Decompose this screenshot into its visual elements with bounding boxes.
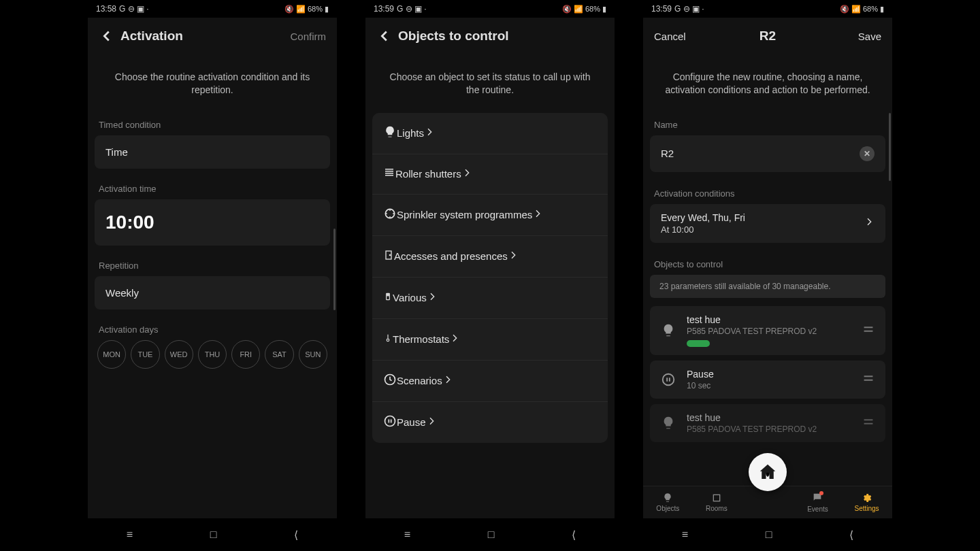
day-chip-sat[interactable]: SAT bbox=[265, 340, 293, 369]
list-item-scenarios[interactable]: Scenarios bbox=[372, 361, 608, 402]
page-subtitle: Configure the new routine, choosing a na… bbox=[643, 54, 892, 113]
list-item-various[interactable]: Various bbox=[372, 278, 608, 319]
recents-button[interactable]: ≡ bbox=[404, 529, 410, 541]
header: Cancel R2 Save bbox=[643, 18, 892, 54]
list-item-lights[interactable]: Lights bbox=[372, 113, 608, 154]
back-sys-button[interactable]: ⟨ bbox=[849, 529, 853, 541]
status-bar: 13:59 G ⊖ ▣ · 🔇 📶 68% ▮ bbox=[365, 0, 615, 18]
time-row[interactable]: Time bbox=[95, 135, 330, 169]
cancel-button[interactable]: Cancel bbox=[654, 31, 686, 42]
status-time: 13:59 bbox=[651, 4, 672, 14]
svg-point-8 bbox=[663, 374, 674, 386]
object-name: test hue bbox=[687, 412, 855, 423]
repetition-row[interactable]: Weekly bbox=[95, 276, 330, 310]
recents-button[interactable]: ≡ bbox=[682, 529, 688, 541]
chevron-right-icon bbox=[449, 333, 460, 346]
back-button[interactable] bbox=[99, 28, 115, 44]
list-label: Thermostats bbox=[393, 333, 449, 345]
day-chip-tue[interactable]: TUE bbox=[131, 340, 159, 369]
status-icons-left: G ⊖ ▣ · bbox=[674, 4, 704, 14]
list-label: Accesses and presences bbox=[394, 250, 508, 262]
scrollbar[interactable] bbox=[889, 113, 891, 181]
svg-rect-9 bbox=[713, 495, 719, 501]
activation-time-value: 10:00 bbox=[105, 212, 154, 233]
activation-condition-row[interactable]: Every Wed, Thu, Fri At 10:00 bbox=[650, 204, 885, 243]
door-icon bbox=[383, 248, 394, 265]
day-chip-sun[interactable]: SUN bbox=[299, 340, 327, 369]
back-sys-button[interactable]: ⟨ bbox=[572, 529, 576, 541]
list-label: Pause bbox=[397, 416, 426, 428]
sprinkler-icon bbox=[383, 207, 397, 223]
page-title: Objects to control bbox=[398, 29, 509, 44]
wifi-icon: 📶 bbox=[851, 5, 861, 14]
tab-rooms[interactable]: Rooms bbox=[706, 492, 728, 512]
clear-icon[interactable]: ✕ bbox=[860, 146, 875, 161]
chevron-right-icon bbox=[426, 416, 437, 429]
drag-handle-icon[interactable] bbox=[861, 414, 876, 432]
pause-icon bbox=[383, 414, 397, 431]
chevron-right-icon bbox=[427, 291, 438, 305]
tab-settings[interactable]: Settings bbox=[854, 492, 879, 512]
drag-handle-icon[interactable] bbox=[861, 322, 876, 339]
home-button[interactable]: □ bbox=[488, 529, 495, 541]
name-input-value: R2 bbox=[661, 148, 860, 159]
section-label-activation-conditions: Activation conditions bbox=[650, 182, 885, 204]
day-chip-thu[interactable]: THU bbox=[198, 340, 227, 369]
recents-button[interactable]: ≡ bbox=[127, 529, 133, 541]
home-button[interactable]: □ bbox=[210, 529, 217, 541]
object-row[interactable]: test hue P585 PADOVA TEST PREPROD v2 bbox=[650, 306, 885, 355]
tab-objects[interactable]: Objects bbox=[656, 492, 679, 512]
shutter-icon bbox=[383, 167, 395, 182]
days-row: MON TUE WED THU FRI SAT SUN bbox=[95, 340, 330, 369]
android-nav: ≡ □ ⟨ bbox=[88, 518, 337, 551]
list-item-thermostats[interactable]: Thermostats bbox=[372, 319, 608, 361]
day-chip-fri[interactable]: FRI bbox=[231, 340, 260, 369]
chevron-right-icon bbox=[864, 216, 875, 230]
chevron-right-icon bbox=[461, 167, 472, 181]
day-chip-wed[interactable]: WED bbox=[165, 340, 193, 369]
activation-time-row[interactable]: 10:00 bbox=[95, 199, 330, 246]
status-battery: 68% bbox=[308, 5, 323, 13]
list-item-accesses[interactable]: Accesses and presences bbox=[372, 236, 608, 278]
wifi-icon: 📶 bbox=[296, 5, 306, 14]
list-item-sprinkler[interactable]: Sprinkler system programmes bbox=[372, 195, 608, 236]
day-chip-mon[interactable]: MON bbox=[97, 340, 126, 369]
battery-icon: ▮ bbox=[325, 5, 329, 14]
object-sub: P585 PADOVA TEST PREPROD v2 bbox=[687, 327, 855, 336]
list-label: Various bbox=[393, 292, 427, 303]
content: Lights Roller shutters Sprinkler system … bbox=[365, 113, 615, 518]
object-sub: 10 sec bbox=[687, 381, 855, 390]
back-button[interactable] bbox=[376, 28, 393, 44]
status-pill-on bbox=[687, 340, 710, 347]
wifi-icon: 📶 bbox=[574, 5, 583, 14]
battery-icon: ▮ bbox=[602, 5, 606, 14]
back-sys-button[interactable]: ⟨ bbox=[294, 529, 298, 541]
object-row-pause[interactable]: Pause 10 sec bbox=[650, 361, 885, 399]
status-icons-left: G ⊖ ▣ · bbox=[119, 4, 149, 14]
name-input[interactable]: R2 ✕ bbox=[650, 135, 885, 172]
cond-line1: Every Wed, Thu, Fri bbox=[661, 212, 745, 223]
list-item-shutters[interactable]: Roller shutters bbox=[372, 154, 608, 195]
tab-events[interactable]: Events bbox=[807, 492, 828, 513]
save-button[interactable]: Save bbox=[858, 31, 881, 42]
object-row[interactable]: test hue P585 PADOVA TEST PREPROD v2 bbox=[650, 404, 885, 442]
svg-rect-4 bbox=[387, 294, 389, 295]
drag-handle-icon[interactable] bbox=[861, 371, 876, 388]
page-title: R2 bbox=[760, 29, 776, 44]
object-sub: P585 PADOVA TEST PREPROD v2 bbox=[687, 424, 855, 434]
svg-point-5 bbox=[387, 339, 389, 341]
status-bar: 13:59 G ⊖ ▣ · 🔇 📶 68% ▮ bbox=[643, 0, 892, 18]
list-label: Scenarios bbox=[397, 375, 442, 386]
svg-point-7 bbox=[385, 416, 395, 426]
section-label-timed: Timed condition bbox=[95, 113, 330, 135]
fab-home[interactable] bbox=[749, 453, 787, 491]
params-info: 23 parameters still available of 30 mana… bbox=[650, 275, 885, 298]
mute-icon: 🔇 bbox=[284, 5, 294, 14]
chevron-right-icon bbox=[532, 208, 543, 222]
repetition-value: Weekly bbox=[105, 287, 139, 299]
confirm-button[interactable]: Confirm bbox=[290, 31, 326, 42]
home-button[interactable]: □ bbox=[766, 529, 772, 541]
list-item-pause[interactable]: Pause bbox=[372, 402, 608, 443]
pause-icon bbox=[659, 371, 677, 388]
scrollbar[interactable] bbox=[333, 229, 336, 310]
